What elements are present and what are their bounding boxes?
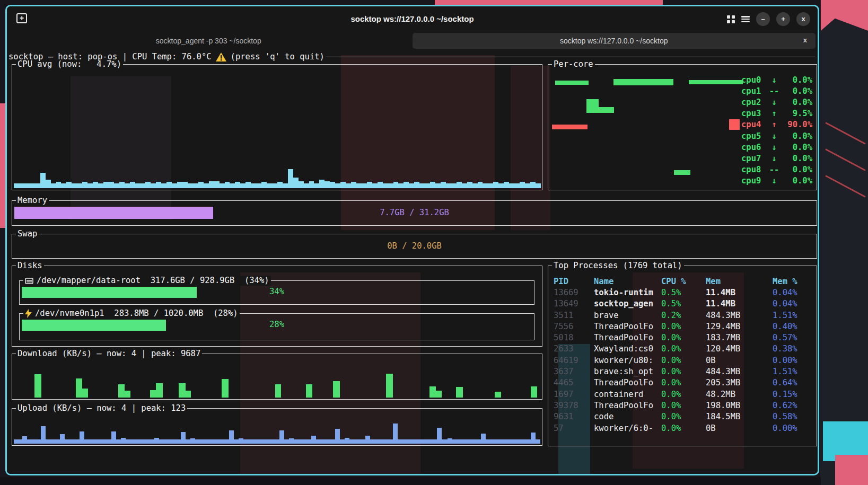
core-name: cpu5 [741, 131, 767, 141]
maximize-button[interactable]: + [776, 12, 790, 26]
wallpaper-bottom-strip [0, 477, 821, 485]
core-trend-icon: ↓ [767, 143, 782, 152]
core-name: cpu9 [741, 176, 767, 186]
core-trend-icon: -- [767, 165, 782, 174]
process-memp: 1.51% [773, 311, 814, 320]
core-value: 90.0% [782, 120, 812, 129]
col-name: Name [594, 277, 661, 286]
core-activity-segment [613, 79, 673, 85]
net-bar [60, 434, 65, 444]
tab-socktop-agent[interactable]: socktop_agent -p 303 ~/socktop [7, 32, 410, 50]
process-mem: 198.0MB [706, 401, 773, 410]
process-pid: 1697 [554, 390, 594, 399]
core-name: cpu2 [741, 98, 767, 107]
app-header: socktop — host: pop-os | CPU Temp: 76.0°… [8, 52, 816, 61]
net-bar [111, 431, 116, 444]
core-value: 0.0% [782, 86, 812, 96]
core-trend-icon: ↓ [767, 176, 782, 186]
net-bar [333, 381, 340, 398]
process-memp: 0.04% [773, 288, 814, 297]
core-name: cpu6 [741, 143, 767, 152]
tab-overview-icon[interactable] [727, 15, 735, 23]
core-name: cpu8 [741, 165, 767, 174]
process-mem: 484.3MB [706, 367, 773, 376]
app-header-hint: (press 'q' to quit) [231, 52, 325, 61]
memory-panel: Memory 7.7GB / 31.2GB [12, 200, 817, 226]
process-memp: 0.40% [773, 322, 814, 331]
process-name: containerd [594, 390, 661, 399]
process-mem: 11.4MB [706, 288, 773, 297]
core-activity-segment [674, 170, 690, 175]
process-cpu: 0.0% [661, 344, 706, 354]
core-row-cpu4: cpu4↑90.0% [729, 119, 812, 130]
process-memp: 0.38% [773, 344, 814, 354]
process-pid: 13669 [554, 288, 594, 297]
processes-title: Top Processes (1769 total) [552, 261, 684, 271]
menu-icon[interactable] [741, 16, 750, 22]
process-cpu: 0.0% [661, 356, 706, 365]
process-pid: 9631 [554, 412, 594, 421]
core-trend-icon: ↓ [767, 131, 782, 141]
process-cpu: 0.0% [661, 390, 706, 399]
core-row-cpu8: cpu8--0.0% [729, 164, 812, 175]
download-chart [12, 354, 542, 399]
process-pid: 39378 [554, 401, 594, 410]
process-pid: 3511 [554, 311, 594, 320]
process-mem: 184.5MB [706, 412, 773, 421]
core-row-cpu6: cpu6↓0.0% [729, 142, 812, 153]
core-name: cpu3 [741, 109, 767, 118]
process-row: 9631code0.0%184.5MB0.58% [554, 411, 814, 422]
core-name: cpu7 [741, 154, 767, 163]
disk-label: /dev/mapper/data-root 317.6GB / 928.9GB … [37, 276, 269, 286]
process-memp: 1.51% [773, 367, 814, 376]
tab-socktop[interactable]: socktop ws://127.0.0.0 ~/socktop x [413, 33, 816, 49]
process-pid: 13649 [554, 299, 594, 308]
net-bar [125, 391, 130, 398]
net-bar [345, 438, 349, 444]
core-value: 0.0% [782, 165, 812, 174]
process-memp: 0.00% [773, 356, 814, 365]
process-name: ThreadPoolFo [594, 401, 661, 410]
process-row: 3637brave:sh_opt0.0%484.3MB1.51% [554, 366, 814, 377]
process-row: 3511brave0.2%484.3MB1.51% [554, 310, 814, 321]
terminal-content: socktop — host: pop-os | CPU Temp: 76.0°… [7, 50, 818, 474]
header-rule [326, 57, 816, 57]
swap-panel: Swap 0B / 20.0GB [12, 234, 817, 259]
process-name: socktop_agen [594, 299, 661, 308]
process-name: code [594, 412, 661, 421]
process-cpu: 0.0% [661, 333, 706, 342]
net-bar [186, 391, 191, 398]
process-name: kworker/6:0- [594, 424, 661, 433]
process-table-body: 13669tokio-runtim0.5%11.4MB0.04%13649soc… [554, 287, 814, 434]
process-row: 13649socktop_agen0.5%11.4MB0.04% [554, 298, 814, 310]
process-name: ThreadPoolFo [594, 322, 661, 331]
net-bar [279, 430, 284, 444]
titlebar: + socktop ws://127.0.0.0 ~/socktop – + x [7, 6, 818, 32]
net-bar [481, 434, 486, 444]
close-button[interactable]: x [796, 12, 810, 26]
per-core-list: cpu0↓0.0%cpu1--0.0%cpu2↓0.0%cpu3↑9.5%cpu… [729, 74, 812, 187]
process-row: 39378ThreadPoolFo0.0%198.0MB0.62% [554, 400, 814, 411]
app-header-text: socktop — host: pop-os | CPU Temp: 76.0°… [8, 52, 212, 61]
core-row-cpu7: cpu7↓0.0% [729, 153, 812, 164]
process-mem: 0B [706, 424, 773, 433]
process-mem: 0B [706, 356, 773, 365]
wallpaper-pink-bottom-right [835, 455, 868, 485]
minimize-button[interactable]: – [756, 12, 770, 26]
net-bar [306, 384, 312, 398]
tab-close-icon[interactable]: x [803, 36, 807, 44]
process-pid: 7556 [554, 322, 594, 331]
swap-usage-label: 0B / 20.0GB [12, 241, 817, 251]
core-name: cpu4 [741, 120, 767, 129]
window-title: socktop ws://127.0.0.0 ~/socktop [7, 14, 818, 23]
process-name: kworker/u80: [594, 356, 661, 365]
swap-title: Swap [16, 229, 39, 239]
net-bar [490, 439, 495, 444]
process-name: brave [594, 311, 661, 320]
process-cpu: 0.0% [661, 401, 706, 410]
tab-label: socktop_agent -p 303 ~/socktop [156, 37, 261, 45]
net-bar [190, 438, 195, 444]
process-table-header: PID Name CPU % Mem Mem % [554, 276, 814, 287]
process-cpu: 0.0% [661, 412, 706, 421]
process-mem: 205.3MB [706, 378, 773, 387]
